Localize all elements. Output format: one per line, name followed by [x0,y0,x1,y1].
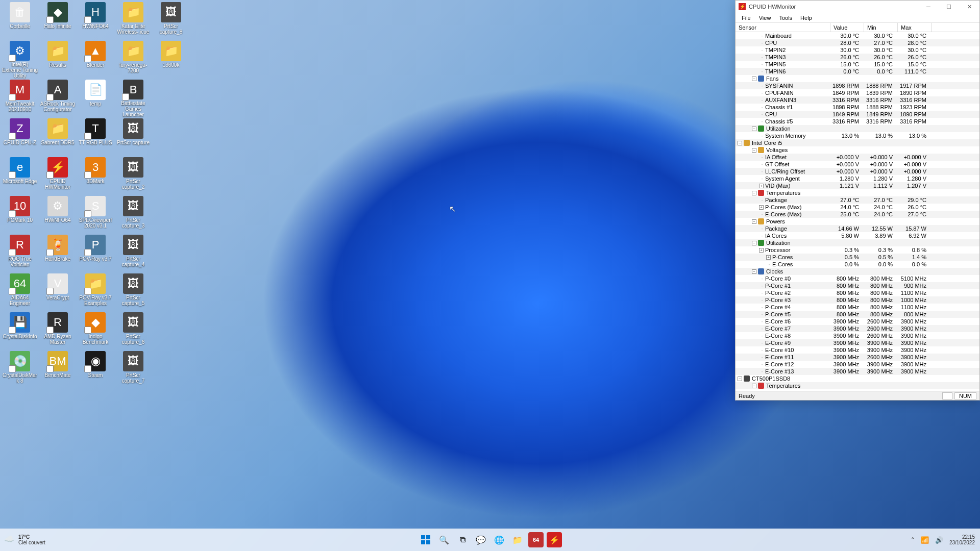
desktop-icon[interactable]: ◉Steam [77,350,114,389]
sensor-row[interactable]: ·P-Core #1800 MHz800 MHz900 MHz [736,282,979,289]
tray-chevron-icon[interactable]: ˄ [911,536,915,544]
sensor-row[interactable]: ·TMPIN515.0 °C15.0 °C15.0 °C [736,61,979,68]
desktop-icon[interactable]: PPOV-Ray v3.7 [77,234,114,272]
desktop-icon[interactable]: ⚙HWiNFO64 [39,195,77,234]
col-value[interactable]: Value [830,23,864,32]
sensor-row[interactable]: ·SYSFANIN1898 RPM1888 RPM1917 RPM [736,82,979,89]
sensor-row[interactable]: ·TMPIN60.0 °C0.0 °C111.0 °C [736,68,979,75]
sensor-row[interactable]: ·AUXFANIN33316 RPM3316 RPM3316 RPM [736,96,979,104]
sensor-row[interactable]: ·E-Core #123900 MHz3900 MHz3900 MHz [736,361,979,368]
sensor-row[interactable]: ·E-Core #113900 MHz2600 MHz3900 MHz [736,354,979,361]
sensor-row[interactable]: ·P-Core #4800 MHz800 MHz1100 MHz [736,304,979,311]
tree-toggle-icon[interactable]: + [766,255,771,260]
desktop-icon[interactable]: 📁13600k [152,40,190,79]
edge-button[interactable]: 🌐 [492,532,507,547]
desktop-icon[interactable]: AASRock Timing Configurator [39,79,77,117]
desktop-icon[interactable]: 🖼PrtScr capture [114,117,152,156]
desktop-icon[interactable]: 📁Katar Elite Wireless-.icue [114,1,152,40]
taskbar-clock[interactable]: 22:15 23/10/2022 [949,534,975,545]
desktop-icon[interactable]: 📁POV-Ray v3.7 Examples [77,272,114,311]
sensor-row[interactable]: −Intel Core i5 [736,139,979,146]
search-button[interactable]: 🔍 [436,532,452,547]
desktop-icon[interactable]: 64AIDA64 Engineer [1,272,39,311]
tray-volume-icon[interactable]: 🔊 [935,536,943,544]
desktop-icon[interactable]: 🍹HandBrake [39,234,77,272]
desktop-icon[interactable]: 💾CrystalDiskInfo [1,311,39,350]
chat-button[interactable]: 💬 [473,532,488,547]
desktop-icon[interactable]: 📁Sabrent DDR5 [39,117,77,156]
sensor-row[interactable]: ·Package27.0 °C27.0 °C29.0 °C [736,196,979,204]
sensor-row[interactable]: −Utilization [736,125,979,132]
desktop-icon[interactable]: 🗑Corbeille [1,1,39,40]
sensor-row[interactable]: ·System Memory13.0 %13.0 %13.0 % [736,132,979,139]
tree-toggle-icon[interactable]: − [752,191,756,195]
desktop-icon[interactable]: 📁Results [39,40,77,79]
sensor-row[interactable]: −Utilization [736,239,979,246]
desktop-icon[interactable]: 📁fury-renega-7200 [114,40,152,79]
desktop-icon[interactable]: eMicrosoft Edge [1,156,39,195]
sensor-row[interactable]: ·Chassis #53316 RPM3316 RPM3316 RPM [736,118,979,125]
close-button[interactable]: ✕ [959,1,979,13]
desktop-icon[interactable]: 📄temp [77,79,114,117]
tree-toggle-icon[interactable]: − [738,141,742,145]
desktop-icon[interactable]: ZCPUID CPU-Z [1,117,39,156]
sensor-row[interactable]: ·E-Core #103900 MHz3900 MHz3900 MHz [736,346,979,354]
menu-file[interactable]: File [738,14,755,22]
desktop-icon[interactable]: ◆Halo Infinite [39,1,77,40]
tree-toggle-icon[interactable]: − [752,219,756,224]
desktop-icon[interactable]: RROG True Voltician [1,234,39,272]
sensor-row[interactable]: ·E-Core #73900 MHz2600 MHz3900 MHz [736,325,979,332]
hwmonitor-titlebar[interactable]: ⚡ CPUID HWMonitor ─ ☐ ✕ [736,1,979,13]
sensor-row[interactable]: ·P-Core #5800 MHz800 MHz800 MHz [736,311,979,318]
hwmonitor-taskbar-button[interactable]: ⚡ [547,532,562,547]
col-max[interactable]: Max [898,23,932,32]
sensor-row[interactable]: ·E-Cores (Max)25.0 °C24.0 °C27.0 °C [736,211,979,218]
sensor-row[interactable]: ·CPU1849 RPM1849 RPM1890 RPM [736,111,979,118]
sensor-row[interactable]: −Temperatures [736,382,979,389]
desktop-icon[interactable]: 🖼PrtScr capture_3 [114,195,152,234]
minimize-button[interactable]: ─ [918,1,939,13]
desktop-icon[interactable]: ▲Blender [77,40,114,79]
sensor-row[interactable]: ·E-Core #63900 MHz2600 MHz3900 MHz [736,318,979,325]
col-min[interactable]: Min [864,23,898,32]
tree-toggle-icon[interactable]: − [752,77,756,81]
tray-wifi-icon[interactable]: 📶 [921,536,929,544]
sensor-row[interactable]: ·GT Offset+0.000 V+0.000 V+0.000 V [736,161,979,168]
sensor-row[interactable]: ·P-Core #2800 MHz800 MHz1100 MHz [736,289,979,296]
sensor-row[interactable]: +Processor0.3 %0.3 %0.8 % [736,246,979,254]
sensor-row[interactable]: −Fans [736,75,979,82]
tree-toggle-icon[interactable]: − [752,127,756,131]
col-sensor[interactable]: Sensor [736,23,830,32]
desktop-icon[interactable]: 33DMark [77,156,114,195]
desktop-icon[interactable]: 🖼PrtScr capture_5 [114,272,152,311]
sensor-row[interactable]: −Voltages [736,146,979,154]
sensor-row[interactable]: +P-Cores (Max)24.0 °C24.0 °C26.0 °C [736,204,979,211]
sensor-row[interactable]: ·P-Core #3800 MHz800 MHz1000 MHz [736,296,979,304]
sensor-row[interactable]: ·LLC/Ring Offset+0.000 V+0.000 V+0.000 V [736,168,979,175]
desktop-icon[interactable]: 🖼PrtScr capture_8 [152,1,190,40]
sensor-row[interactable]: ·IA Cores5.80 W3.89 W6.92 W [736,232,979,239]
menu-tools[interactable]: Tools [775,14,796,22]
sensor-row[interactable]: ·Chassis #11898 RPM1888 RPM1923 RPM [736,104,979,111]
desktop-icon[interactable]: ◆Indigo Benchmark [77,311,114,350]
tree-toggle-icon[interactable]: + [759,205,764,210]
desktop-icon[interactable]: BMBenchMate [39,350,77,389]
desktop-icon[interactable]: 10PCMark 10 [1,195,39,234]
taskbar-weather-widget[interactable]: ☁️ 17°C Ciel couvert [4,534,45,545]
tree-toggle-icon[interactable]: − [752,269,756,274]
sensor-row[interactable]: ·Package14.66 W12.55 W15.87 W [736,225,979,232]
sensor-row[interactable]: ·CPU28.0 °C27.0 °C28.0 °C [736,39,979,46]
sensor-row[interactable]: ·TMPIN326.0 °C26.0 °C26.0 °C [736,54,979,61]
sensor-row[interactable]: ·System Agent1.280 V1.280 V1.280 V [736,175,979,182]
start-button[interactable] [418,532,433,547]
sensor-row[interactable]: ·CPUFANIN1849 RPM1839 RPM1890 RPM [736,89,979,96]
sensor-row[interactable]: ·E-Core #133900 MHz3900 MHz3900 MHz [736,368,979,375]
tree-toggle-icon[interactable]: − [738,377,742,381]
sensor-row[interactable]: ·Mainboard30.0 °C30.0 °C30.0 °C [736,32,979,39]
desktop-icon[interactable]: SSPECviewperf 2020 v3.1 [77,195,114,234]
tree-toggle-icon[interactable]: − [752,241,756,245]
desktop-icon[interactable]: 🖼PrtScr capture_2 [114,156,152,195]
taskview-button[interactable]: ⧉ [455,532,470,547]
sensor-row[interactable]: ·E-Core #93900 MHz3900 MHz3900 MHz [736,339,979,346]
menu-help[interactable]: Help [796,14,816,22]
